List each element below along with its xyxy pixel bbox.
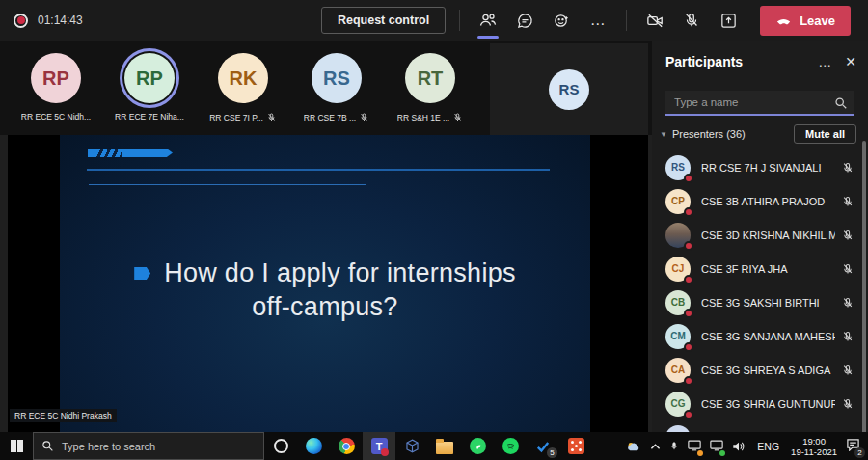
more-options-icon[interactable]: … — [583, 6, 612, 35]
edge-icon[interactable] — [297, 432, 330, 460]
participant-row[interactable]: CSE 3D KRISHNA NIKHIL ME... — [652, 218, 868, 252]
mic-off-icon — [841, 330, 854, 343]
weather-icon[interactable] — [626, 441, 641, 452]
leave-button[interactable]: Leave — [760, 6, 851, 36]
slide-decoration-line — [87, 169, 550, 171]
avatar: RS — [312, 53, 362, 103]
participant-filmstrip: RP RR ECE 5C Nidh... RP RR ECE 7E Niha..… — [0, 41, 652, 135]
filmstrip-avatar-2[interactable]: RP RR ECE 7E Niha... — [115, 53, 184, 122]
participant-row[interactable]: CB CSE 3G SAKSHI BIRTHI — [652, 285, 868, 319]
panel-scrollbar[interactable] — [862, 141, 866, 432]
participants-icon[interactable] — [474, 6, 502, 35]
meeting-toolbar: … — [474, 6, 612, 35]
slide-title: How do I apply for internships off-campu… — [60, 257, 590, 324]
tray-language[interactable]: ENG — [754, 441, 782, 452]
check-app-badge: 5 — [547, 447, 557, 458]
avatar-label: RR CSE 7I P... — [209, 113, 263, 122]
request-control-button[interactable]: Request control — [321, 7, 446, 34]
windows-logo-icon — [11, 440, 23, 452]
search-icon — [41, 440, 54, 452]
action-center-icon[interactable]: 2 — [846, 438, 860, 455]
divider — [459, 10, 460, 31]
leave-label: Leave — [800, 14, 835, 28]
spotify-icon[interactable] — [494, 432, 527, 460]
shared-screen-stage: How do I apply for internships off-campu… — [8, 135, 648, 432]
slide-bullet-icon — [134, 267, 150, 280]
participant-name: CSE 3F RIYA JHA — [701, 263, 835, 275]
filmstrip-avatar-1[interactable]: RP RR ECE 5C Nidh... — [21, 53, 91, 122]
avatar: RK — [218, 53, 268, 103]
tray-date: 19-11-2021 — [791, 446, 837, 457]
tray-clock[interactable]: 19:00 19-11-2021 — [791, 436, 837, 457]
meeting-top-bar: 01:14:43 Request control — [0, 0, 868, 41]
notification-count-badge: 2 — [854, 447, 865, 458]
mic-off-icon — [359, 112, 369, 122]
filmstrip-avatar-5[interactable]: RT RR S&H 1E ... — [395, 53, 465, 122]
video-tile[interactable]: RS — [490, 43, 648, 135]
tray-mic-icon[interactable] — [669, 440, 679, 452]
teams-notification-dot — [381, 448, 389, 456]
system-tray: ENG 19:00 19-11-2021 2 — [626, 436, 868, 457]
avatar-label: RR CSE 7B ... — [304, 113, 356, 122]
camera-off-icon[interactable] — [640, 6, 669, 35]
presenters-section-label: Presenters (36) — [672, 128, 794, 140]
presenter-name-label: RR ECE 5C Nidhi Prakash — [10, 409, 117, 422]
chrome-icon[interactable] — [330, 432, 363, 460]
mic-off-icon — [841, 397, 854, 411]
tray-display-green-icon[interactable] — [710, 438, 723, 455]
avatar-label: RR S&H 1E ... — [397, 113, 449, 122]
whatsapp-icon[interactable] — [461, 432, 494, 460]
mic-off-icon — [266, 112, 277, 122]
start-button[interactable] — [0, 432, 33, 460]
red-dots-app-icon[interactable] — [559, 432, 592, 460]
cortana-icon[interactable] — [264, 432, 297, 460]
participant-row[interactable]: CG CSE 3G SHRIA GUNTUNUR — [652, 387, 868, 420]
presence-busy-dot — [684, 207, 693, 217]
participant-row[interactable]: CP CSE 3B ATHIRA PRAJOD — [652, 184, 868, 218]
presence-busy-dot — [684, 342, 693, 352]
mic-off-icon — [841, 262, 854, 276]
tray-display-orange-icon[interactable] — [688, 438, 701, 455]
cube-app-icon[interactable] — [395, 432, 428, 460]
presence-busy-dot — [684, 275, 693, 284]
device-toolbar — [640, 6, 743, 35]
participant-row[interactable]: CJ CSE 3F RIYA JHA — [652, 252, 868, 285]
mic-off-icon — [841, 195, 854, 208]
reactions-icon[interactable] — [547, 6, 576, 35]
tray-time: 19:00 — [802, 436, 826, 446]
participant-row[interactable]: CM CSE 3I VIBHA H MURTHY — [652, 420, 868, 432]
presence-busy-dot — [684, 174, 693, 183]
teams-meeting-window: 01:14:43 Request control — [0, 0, 868, 460]
presentation-slide: How do I apply for internships off-campu… — [60, 135, 590, 432]
section-collapse-icon[interactable]: ▼ — [660, 130, 667, 139]
mute-all-button[interactable]: Mute all — [794, 124, 856, 144]
taskbar-search-box[interactable]: Type here to search — [33, 432, 264, 460]
panel-more-icon[interactable]: … — [818, 54, 831, 69]
teams-taskbar-icon[interactable]: T — [363, 432, 395, 460]
search-icon — [834, 96, 848, 110]
mic-off-icon — [841, 161, 854, 175]
filmstrip-avatar-4[interactable]: RS RR CSE 7B ... — [302, 53, 371, 122]
mic-off-icon — [452, 112, 463, 122]
meeting-timer: 01:14:43 — [38, 14, 83, 27]
file-explorer-icon[interactable] — [428, 432, 461, 460]
participant-row[interactable]: RS RR CSE 7H J SIVANJALI — [652, 150, 868, 184]
participant-search-input[interactable] — [665, 91, 854, 116]
filmstrip-avatar-3[interactable]: RK RR CSE 7I P... — [208, 53, 278, 122]
participant-name: CSE 3G SHREYA S ADIGA — [701, 365, 835, 376]
mic-off-icon[interactable] — [677, 6, 706, 35]
participant-row[interactable]: CA CSE 3G SHREYA S ADIGA — [652, 353, 868, 387]
avatar: RT — [405, 53, 455, 103]
avatar-label: RR ECE 5C Nidh... — [21, 112, 91, 122]
panel-close-icon[interactable]: ✕ — [845, 54, 856, 69]
tray-volume-icon[interactable] — [732, 441, 746, 452]
check-app-icon[interactable]: 5 — [527, 432, 559, 460]
participant-name: CSE 3G SANJANA MAHESH — [701, 331, 835, 342]
participant-list: RS RR CSE 7H J SIVANJALI CP CSE 3B ATHIR… — [652, 150, 868, 432]
tray-expand-icon[interactable] — [650, 443, 661, 450]
participant-name: CSE 3G SAKSHI BIRTHI — [701, 297, 835, 309]
presence-busy-dot — [684, 376, 693, 386]
chat-icon[interactable] — [510, 6, 539, 35]
participant-row[interactable]: CM CSE 3G SANJANA MAHESH — [652, 319, 868, 353]
share-screen-icon[interactable] — [714, 6, 743, 35]
